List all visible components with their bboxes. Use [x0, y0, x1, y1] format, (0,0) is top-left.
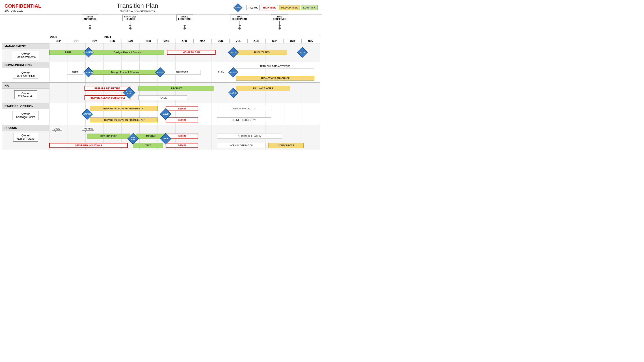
- month-labels-row: SEP OCT NOV DEC JAN FEB MAR APR MAY JUN …: [49, 39, 320, 43]
- product-owner-box: Owner Rumbi Tratano: [13, 133, 38, 142]
- page-container: CONFIDENTIAL 20th July 2020 Transition P…: [0, 0, 322, 150]
- comm-prep-bar: PREP: [67, 70, 83, 75]
- hr-info: HR Owner Effi Smartato: [2, 83, 49, 103]
- plan-title: Transition Plan: [116, 2, 158, 9]
- hr-owner-label: Owner: [18, 92, 34, 95]
- hr-gantt: PREPARE RECRUITERS RECRUIT FILL VACANCIE…: [49, 83, 320, 103]
- comm-promotions-bar: PROMOTIONS ANNOUNCE: [236, 76, 314, 81]
- legend-items: ALL OK HIGH RISK MEDIUM RISK LOW RISK: [246, 5, 318, 10]
- milestone-box-1: FIRSTANNOUNCE: [82, 14, 98, 21]
- management-owner-container: Owner Bob Sacramento: [2, 49, 49, 62]
- staff-relocation-owner-box: Owner Santiago Bonita: [12, 111, 39, 120]
- milestone-box-3: MOVELOCATIONS: [176, 14, 193, 21]
- comm-team-building-bar: TEAM BUILDING ACTIVITIES: [236, 64, 314, 68]
- month-oct-2021: OCT: [284, 39, 302, 43]
- milestone-spacer: [2, 14, 49, 35]
- product-consolidate-bar: CONSOLIDATE: [268, 143, 304, 148]
- hr-place-bar: PLACE: [138, 95, 187, 100]
- hr-fill-vacancies-bar: FILL VACANCIES: [236, 86, 290, 91]
- timeline-months: 2020 2021 SEP OCT NOV DEC JAN FEB MAR AP…: [49, 35, 320, 43]
- milestone-bau-confirmed: BAUCONFIRMED: [271, 14, 288, 29]
- management-owner-name: Bob Sacramento: [16, 55, 36, 59]
- header: CONFIDENTIAL 20th July 2020 Transition P…: [0, 0, 322, 14]
- month-nov-2021: NOV: [302, 39, 320, 43]
- month-mar: MAR: [158, 39, 176, 43]
- product-owner-container: Owner Rumbi Tratano: [2, 131, 49, 143]
- plan-subtitle: Subtitle – 5 Workstreams: [116, 9, 158, 13]
- comm-design-bar: Design Phase 2 Comms: [91, 70, 159, 75]
- month-feb: FEB: [140, 39, 157, 43]
- product-normal-op-1: NORMAL OPERATION: [217, 134, 282, 139]
- product-telecoms-bubble: Telecoms: [82, 127, 94, 131]
- comm-launch-diamond-1: [83, 67, 94, 77]
- staff-relocation-info: STAFF RELOCATION Owner Santiago Bonita: [2, 103, 49, 125]
- product-gantt: Mobile Telecoms DRY RUN PREP IMPROVE BED…: [49, 125, 320, 150]
- product-mobile-bubble: Mobile: [52, 127, 62, 131]
- product-dry-run-prep-bar: DRY RUN PREP: [87, 134, 130, 139]
- main-content: FIRSTANNOUNCE STAFF DEVLAUNCH MOVELOCATI…: [0, 14, 322, 150]
- timeline-header: 2020 2021 SEP OCT NOV DEC JAN FEB MAR AP…: [2, 35, 320, 43]
- communications-owner-name: Jane Cornelius: [16, 74, 34, 77]
- product-owner-name: Rumbi Tratano: [17, 137, 34, 140]
- milestone-box-5: BAUCONFIRMED: [271, 14, 288, 21]
- communications-section: COMMUNICATIONS Owner Jane Cornelius TEAM…: [2, 62, 320, 83]
- comm-promote-bar: PROMOTE: [163, 70, 201, 75]
- hr-prepare-agency-bar: PREPARE AGENCY FOR SUPPLY: [84, 95, 130, 100]
- milestone-box-2: STAFF DEVLAUNCH: [122, 14, 138, 21]
- milestones-row: FIRSTANNOUNCE STAFF DEVLAUNCH MOVELOCATI…: [49, 14, 320, 35]
- product-title: PRODUCT: [2, 125, 49, 131]
- management-check-diamond-1: [228, 47, 239, 58]
- comm-launch-diamond-2: [155, 67, 165, 77]
- communications-gantt: TEAM BUILDING ACTIVITIES PREP LAUNCH Des…: [49, 62, 320, 82]
- product-setup-locations-bar: SETUP NEW LOCATIONS: [49, 143, 128, 148]
- milestone-first-announce: FIRSTANNOUNCE: [82, 14, 98, 29]
- month-jul: JUL: [230, 39, 248, 43]
- product-bed-in-2: BED-IN: [166, 143, 198, 148]
- milestone-bau-checkpoint: BAUCHECKPOINT: [230, 14, 249, 29]
- month-nov-2020: NOV: [85, 39, 103, 43]
- sr-bed-in-2: BED-IN: [166, 117, 198, 122]
- month-may: MAY: [194, 39, 212, 43]
- hr-recruit-bar: RECRUIT: [138, 86, 214, 91]
- date-label: 20th July 2020: [4, 9, 41, 12]
- communications-title: COMMUNICATIONS: [2, 62, 49, 68]
- product-test-bar: TEST: [133, 143, 163, 148]
- month-apr: APR: [176, 39, 194, 43]
- milestone-staff-dev: STAFF DEVLAUNCH: [122, 14, 138, 29]
- month-aug: AUG: [248, 39, 266, 43]
- product-owner-label: Owner: [17, 134, 34, 137]
- year-2020: 2020: [49, 35, 103, 39]
- staff-relocation-title: STAFF RELOCATION: [2, 103, 49, 109]
- year-labels-row: 2020 2021: [49, 35, 320, 39]
- product-normal-op-2: NORMAL OPERATION: [217, 143, 266, 148]
- sr-bed-in-1: BED-IN: [166, 106, 198, 111]
- year-2021: 2021: [103, 35, 320, 39]
- sr-deliver-2-bar: DELIVER PROJECT "2": [217, 106, 271, 111]
- management-prep-bar: PREP: [49, 50, 87, 55]
- legend-all-ok: ALL OK: [246, 5, 260, 10]
- staff-relocation-owner-label: Owner: [16, 112, 35, 115]
- management-gantt: PREP LAUNCH Design Phase 2 Comms MOVE TO…: [49, 43, 320, 61]
- milestone-move-locations: MOVELOCATIONS: [176, 14, 193, 29]
- hr-title: HR: [2, 83, 49, 89]
- management-title: MANAGEMENT: [2, 43, 49, 49]
- sr-premises-a-bar: PREPARE TO MOVE TO PREMISES "A": [90, 106, 158, 111]
- communications-owner-box: Owner Jane Cornelius: [13, 70, 38, 79]
- month-dec: DEC: [103, 39, 121, 43]
- legend-low-risk: LOW RISK: [301, 5, 318, 10]
- communications-owner-container: Owner Jane Cornelius: [2, 68, 49, 81]
- title-block: Transition Plan Subtitle – 5 Workstreams: [116, 2, 158, 13]
- sr-premises-b-bar: PREPARE TO MOVE TO PREMISES "B": [90, 117, 158, 122]
- management-owner-box: Owner Bob Sacramento: [12, 51, 39, 60]
- staff-relocation-owner-container: Owner Santiago Bonita: [2, 109, 49, 122]
- confidential-block: CONFIDENTIAL 20th July 2020: [4, 3, 41, 12]
- staff-relocation-section: STAFF RELOCATION Owner Santiago Bonita P…: [2, 103, 320, 125]
- sr-deliver-n-bar: DELIVER PROJECT "N": [217, 117, 271, 122]
- comm-plan-label: PLAN: [214, 70, 228, 75]
- milestone-box-4: BAUCHECKPOINT: [230, 14, 249, 21]
- legend-block: Marker ALL OK HIGH RISK MEDIUM RISK LOW …: [234, 3, 318, 12]
- management-info: MANAGEMENT Owner Bob Sacramento: [2, 43, 49, 62]
- hr-owner-box: Owner Effi Smartato: [14, 90, 37, 99]
- management-launch-diamond: [83, 47, 94, 57]
- hr-prepare-recruiters-bar: PREPARE RECRUITERS: [84, 86, 130, 91]
